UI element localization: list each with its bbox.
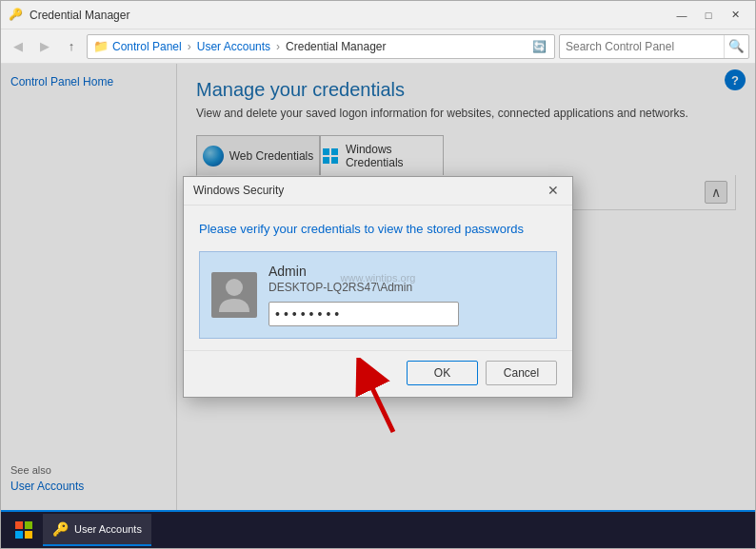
svg-rect-10	[25, 531, 32, 539]
close-button[interactable]: ✕	[723, 6, 747, 25]
title-bar: 🔑 Credential Manager — □ ✕	[1, 1, 755, 29]
nav-bar: ◀ ▶ ↑ 📁 Control Panel › User Accounts › …	[1, 29, 755, 64]
folder-icon: 📁	[93, 39, 109, 53]
user-avatar	[211, 272, 257, 318]
svg-rect-7	[15, 521, 23, 529]
window: 🔑 Credential Manager — □ ✕ ◀ ▶ ↑ 📁 Contr…	[0, 0, 756, 549]
dialog-title: Windows Security	[193, 184, 544, 197]
window-controls: — □ ✕	[669, 6, 747, 25]
user-credential-row: Admin DESKTOP-LQ2RS47\Admin	[199, 251, 557, 339]
password-input[interactable]	[269, 302, 459, 326]
refresh-button[interactable]: 🔄	[529, 37, 548, 56]
start-button[interactable]	[7, 513, 41, 547]
address-bar: 📁 Control Panel › User Accounts › Creden…	[87, 34, 555, 59]
search-box: 🔍	[559, 34, 749, 59]
svg-rect-8	[25, 521, 32, 529]
back-button[interactable]: ◀	[7, 35, 30, 58]
taskbar-app-item[interactable]: 🔑 User Accounts	[43, 514, 151, 546]
search-input[interactable]	[560, 40, 724, 53]
cancel-button[interactable]: Cancel	[486, 361, 557, 385]
dialog-close-button[interactable]: ✕	[544, 181, 563, 200]
ok-button[interactable]: OK	[407, 361, 478, 385]
dialog-title-bar: Windows Security ✕	[184, 177, 572, 206]
user-name: Admin	[269, 264, 545, 279]
user-domain: DESKTOP-LQ2RS47\Admin	[269, 281, 545, 294]
maximize-button[interactable]: □	[696, 6, 721, 25]
taskbar: 🔑 User Accounts	[1, 510, 755, 548]
svg-line-6	[365, 372, 393, 432]
breadcrumb-credential-manager: Credential Manager	[286, 40, 386, 53]
minimize-button[interactable]: —	[669, 6, 694, 25]
breadcrumb-user-accounts[interactable]: User Accounts	[197, 40, 270, 53]
dialog-body: Please verify your credentials to view t…	[184, 206, 572, 339]
app-icon: 🔑	[9, 8, 24, 23]
search-button[interactable]: 🔍	[724, 34, 748, 59]
svg-rect-9	[15, 531, 23, 539]
dialog-message: Please verify your credentials to view t…	[199, 221, 557, 238]
forward-button[interactable]: ▶	[33, 35, 56, 58]
breadcrumb-control-panel[interactable]: Control Panel	[112, 40, 182, 53]
svg-point-4	[226, 279, 243, 296]
window-title: Credential Manager	[30, 9, 669, 22]
up-button[interactable]: ↑	[60, 35, 83, 58]
taskbar-app-label: User Accounts	[74, 523, 142, 535]
red-arrow	[355, 358, 412, 434]
dialog-overlay: www.wintips.org Windows Security ✕ Pleas…	[1, 64, 755, 510]
user-info: Admin DESKTOP-LQ2RS47\Admin	[269, 264, 545, 326]
